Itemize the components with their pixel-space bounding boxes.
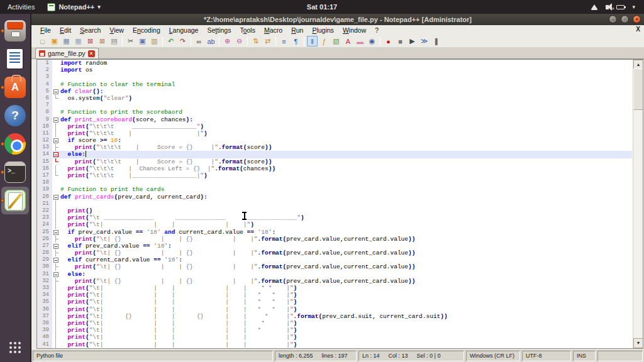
macro-run-multi-icon[interactable]: ≫: [419, 36, 430, 47]
fold-margin[interactable]: [52, 88, 60, 95]
fold-margin[interactable]: [52, 158, 60, 165]
paste-icon[interactable]: ▥: [149, 36, 160, 47]
launcher-item-terminal[interactable]: [1, 158, 29, 186]
fold-margin[interactable]: [52, 327, 60, 334]
launcher-item-chrome[interactable]: [1, 130, 29, 158]
menu-item-run[interactable]: Run: [287, 26, 308, 34]
doc-switcher-icon[interactable]: A: [343, 36, 353, 47]
fold-margin[interactable]: [52, 313, 60, 320]
fold-margin[interactable]: [52, 109, 60, 116]
fold-margin[interactable]: [52, 130, 60, 137]
network-icon[interactable]: [591, 4, 598, 10]
fold-margin[interactable]: [52, 172, 60, 179]
fold-margin[interactable]: [52, 67, 60, 74]
launcher-item-ubuntu-software[interactable]: A: [1, 74, 29, 101]
find-icon[interactable]: ∞: [194, 36, 204, 47]
print-icon[interactable]: ▤: [109, 36, 119, 47]
open-folder-icon[interactable]: ▣: [49, 36, 60, 47]
close-button[interactable]: ×: [633, 15, 641, 23]
fold-margin[interactable]: [52, 179, 60, 186]
battery-icon[interactable]: [616, 5, 625, 9]
menu-item-macro[interactable]: Macro: [260, 26, 287, 34]
fold-margin[interactable]: [52, 144, 60, 151]
macro-play-icon[interactable]: ▶: [407, 36, 418, 47]
menu-item-help[interactable]: ?: [370, 26, 383, 34]
tab-close-icon[interactable]: x: [88, 50, 95, 57]
fold-margin[interactable]: [52, 137, 60, 144]
fold-margin[interactable]: [52, 299, 60, 305]
launcher-item-libreoffice-writer[interactable]: [1, 45, 29, 73]
fold-margin[interactable]: [52, 116, 60, 123]
volume-muted-icon[interactable]: [606, 5, 609, 9]
save-icon[interactable]: ▦: [61, 36, 72, 47]
zoom-out-icon[interactable]: ⊖: [234, 36, 245, 47]
sync-horizontal-icon[interactable]: ⇄: [262, 36, 273, 47]
replace-icon[interactable]: ab: [206, 36, 216, 47]
close-doc-icon[interactable]: ⊠: [85, 36, 96, 47]
fold-margin[interactable]: [52, 229, 60, 236]
fold-margin[interactable]: [52, 236, 60, 243]
window-title-bar[interactable]: *Z:\home\aprataksh\Desktop\journaldev\ga…: [31, 14, 644, 25]
macro-stop-icon[interactable]: ■: [395, 36, 406, 47]
menu-item-settings[interactable]: Settings: [203, 26, 235, 34]
fold-margin[interactable]: [52, 207, 60, 214]
fold-margin[interactable]: [52, 95, 60, 102]
zoom-in-icon[interactable]: ⊕: [222, 36, 233, 47]
fold-margin[interactable]: [52, 263, 60, 270]
vertical-scrollbar[interactable]: ▲ ▼: [633, 60, 643, 348]
menu-item-view[interactable]: View: [105, 26, 128, 34]
fold-margin[interactable]: [52, 320, 60, 327]
macro-record-icon[interactable]: ●: [383, 36, 394, 47]
fold-margin[interactable]: [52, 243, 60, 250]
function-list-icon[interactable]: ƒ: [319, 36, 330, 47]
doc-map-icon[interactable]: ▧: [331, 36, 341, 47]
scroll-down-icon[interactable]: ▼: [633, 338, 643, 348]
copy-icon[interactable]: ▣: [137, 36, 148, 47]
launcher-item-files[interactable]: [1, 17, 29, 45]
fold-margin[interactable]: [52, 74, 60, 80]
scrollbar-thumb[interactable]: [633, 69, 643, 110]
editor[interactable]: 1import random2import os34# Function to …: [36, 59, 643, 349]
minimize-button[interactable]: –: [609, 15, 617, 23]
menu-item-search[interactable]: Search: [75, 26, 105, 34]
fold-margin[interactable]: [52, 200, 60, 207]
menu-item-window[interactable]: Window: [338, 26, 370, 34]
cut-icon[interactable]: ✂: [125, 36, 136, 47]
undo-icon[interactable]: ↶: [165, 36, 176, 47]
sync-vertical-icon[interactable]: ⇅: [250, 36, 261, 47]
chevron-down-icon[interactable]: ▾: [632, 4, 635, 10]
redo-icon[interactable]: ↷: [177, 36, 188, 47]
close-document-icon[interactable]: X: [636, 26, 640, 33]
close-all-icon[interactable]: ⊠: [97, 36, 108, 47]
launcher-item-help[interactable]: ?: [1, 102, 29, 129]
fold-margin[interactable]: [52, 256, 60, 263]
fold-margin[interactable]: [52, 165, 60, 172]
fold-margin[interactable]: [52, 221, 60, 228]
code-area[interactable]: 1import random2import os34# Function to …: [37, 60, 632, 348]
indent-guide-icon[interactable]: ‖: [307, 36, 318, 47]
save-all-icon[interactable]: ▦: [73, 36, 84, 47]
menu-item-file[interactable]: File: [36, 26, 55, 34]
new-file-icon[interactable]: □: [37, 36, 48, 47]
tab-color-icon[interactable]: ▬: [355, 36, 365, 47]
fold-margin[interactable]: [52, 102, 60, 109]
fold-margin[interactable]: [52, 81, 60, 88]
fold-margin[interactable]: [52, 278, 60, 285]
menu-item-plugins[interactable]: Plugins: [308, 26, 338, 34]
fold-margin[interactable]: [52, 123, 60, 130]
menu-item-language[interactable]: Language: [165, 26, 203, 34]
system-indicators[interactable]: ▾: [591, 4, 644, 10]
fold-margin[interactable]: [52, 250, 60, 256]
fold-margin[interactable]: [52, 334, 60, 341]
monitoring-eye-icon[interactable]: ◉: [367, 36, 377, 47]
mdi-windows-icon[interactable]: ❚: [431, 36, 441, 47]
launcher-item-app-grid[interactable]: [1, 334, 29, 361]
fold-margin[interactable]: [52, 214, 60, 221]
tab-game-file[interactable]: game_file.py x: [35, 48, 99, 58]
fold-margin[interactable]: [52, 186, 60, 193]
fold-margin[interactable]: [52, 271, 60, 278]
fold-margin[interactable]: [52, 194, 60, 200]
menu-item-encoding[interactable]: Encoding: [128, 26, 165, 34]
menu-item-tools[interactable]: Tools: [235, 26, 260, 34]
show-all-chars-icon[interactable]: ¶: [291, 36, 301, 47]
